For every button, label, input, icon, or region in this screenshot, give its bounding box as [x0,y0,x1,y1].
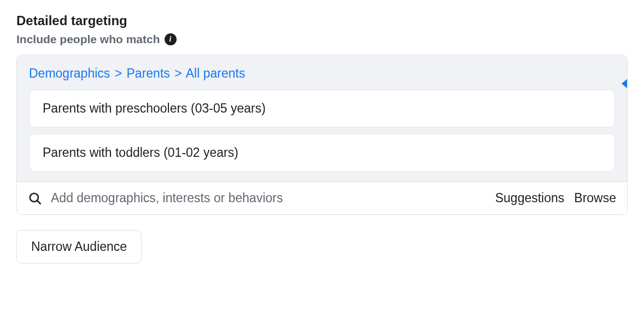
breadcrumb-level2[interactable]: Parents [127,66,170,80]
svg-line-1 [37,200,40,203]
info-icon[interactable]: i [165,33,177,45]
target-chip[interactable]: Parents with preschoolers (03-05 years) [29,90,615,127]
section-title: Detailed targeting [16,13,628,28]
section-subtitle: Include people who match [16,33,160,46]
breadcrumb-level1[interactable]: Demographics [29,66,110,80]
search-icon [28,191,42,206]
search-input[interactable] [51,191,487,206]
search-actions: Suggestions Browse [495,191,616,206]
subheading-row: Include people who match i [16,33,628,46]
suggestions-button[interactable]: Suggestions [495,191,565,206]
target-chip[interactable]: Parents with toddlers (01-02 years) [29,134,615,172]
breadcrumb: Demographics > Parents > All parents [29,66,615,81]
caret-right-icon [622,78,628,89]
browse-button[interactable]: Browse [574,191,616,206]
narrow-audience-button[interactable]: Narrow Audience [16,230,142,263]
breadcrumb-separator: > [174,66,182,80]
targeting-panel: Demographics > Parents > All parents Par… [16,55,628,215]
search-row: Suggestions Browse [17,181,627,214]
selection-box: Demographics > Parents > All parents Par… [17,55,627,181]
breadcrumb-separator: > [115,66,122,80]
breadcrumb-level3[interactable]: All parents [186,66,245,80]
